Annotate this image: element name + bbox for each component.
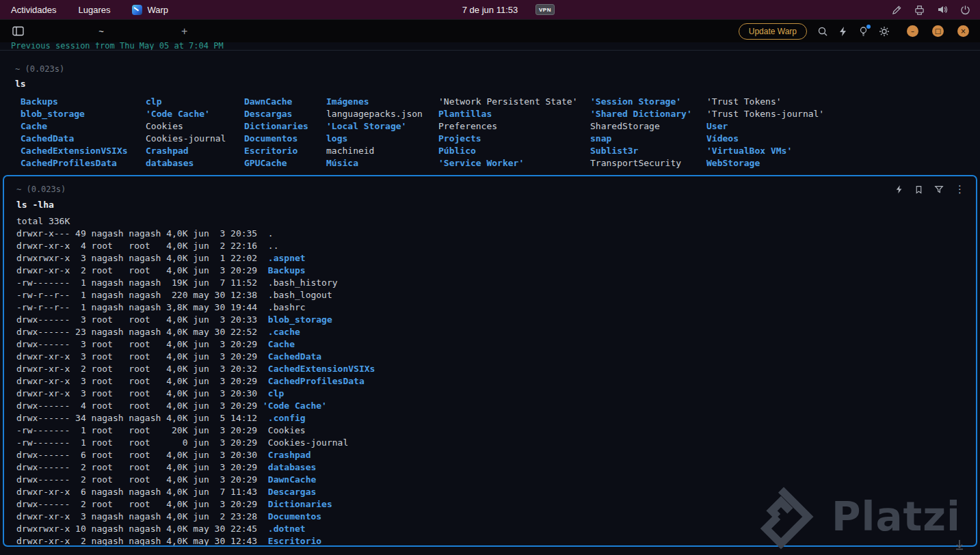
ls-item: 'Trust Tokens' (706, 96, 824, 108)
ls-item: GPUCache (244, 157, 326, 170)
ls-row: drwxr-xr-x 3 root root 4,0K jun 3 20:30 … (16, 388, 965, 400)
bookmark-icon[interactable] (914, 185, 923, 195)
ls-item: Preferences (438, 120, 590, 133)
warp-icon (132, 5, 142, 15)
ls-row: drwxrwxr-x 10 nagash nagash 4,0K may 30 … (16, 523, 965, 535)
command-block-ls-lha-selected[interactable]: ~ (0.023s) ⋮ ls -lha total 336K (3, 175, 977, 547)
ls-column: Backupsblob_storageCacheCachedDataCached… (21, 96, 146, 170)
filter-icon[interactable] (934, 185, 944, 194)
vpn-badge: VPN (535, 4, 555, 15)
places-button[interactable]: Lugares (67, 0, 121, 19)
warp-taskbar-item[interactable]: Warp (121, 0, 179, 19)
ai-bolt-icon[interactable] (838, 26, 848, 37)
ls-item: 'Service Worker' (438, 157, 590, 170)
ls-item: TransportSecurity (590, 157, 706, 170)
ls-item: clp (146, 96, 244, 108)
pencil-icon[interactable] (892, 5, 902, 15)
block-actions: ⋮ (895, 183, 965, 195)
total-line: total 336K (16, 215, 965, 228)
ls-item: DawnCache (244, 96, 326, 108)
tips-bulb-icon[interactable] (858, 26, 869, 37)
ls-row: drwx------ 6 root root 4,0K jun 3 20:30 … (16, 449, 965, 461)
ls-item: Música (326, 157, 438, 170)
ls-item: Imágenes (326, 96, 438, 108)
notification-dot (866, 25, 871, 29)
ls-row: drwxr-xr-x 3 root root 4,0K jun 3 20:29 … (16, 351, 965, 363)
ls-item: CachedExtensionVSIXs (21, 145, 146, 157)
ls-item: CachedProfilesData (21, 157, 146, 170)
ls-row: drwxr-x--- 49 nagash nagash 4,0K jun 3 2… (16, 228, 965, 240)
ls-row: drwxr-xr-x 4 root root 4,0K jun 2 22:16 … (16, 240, 965, 252)
ls-item: Sublist3r (590, 145, 706, 157)
terminal-area[interactable]: Previous session from Thu May 05 at 7:04… (0, 42, 980, 555)
ls-column: 'Trust Tokens''Trust Tokens-journal'User… (706, 96, 824, 170)
ls-item: Cookies-journal (146, 133, 244, 145)
ls-item: 'Local Storage' (326, 120, 438, 133)
ls-row: drwx------ 2 root root 4,0K jun 3 20:29 … (16, 474, 965, 486)
window-controls: – □ × (907, 25, 973, 37)
ls-item: Escritorio (244, 145, 326, 157)
volume-icon[interactable] (937, 4, 948, 15)
ls-row: -rw------- 1 root root 20K jun 3 20:29 C… (16, 424, 965, 437)
previous-session-note: Previous session from Thu May 05 at 7:04… (0, 42, 980, 50)
ls-column: Imágeneslanguagepacks.json'Local Storage… (326, 96, 438, 170)
ls-row: drwx------ 34 nagash nagash 4,0K jun 5 1… (16, 412, 965, 424)
ls-item: Backups (21, 96, 146, 108)
command-block-ls[interactable]: ~ (0.023s) ls Backupsblob_storageCacheCa… (0, 51, 980, 170)
ls-row: drwx------ 4 root root 4,0K jun 3 20:29 … (16, 400, 965, 412)
ls-item: 'Trust Tokens-journal' (706, 108, 824, 120)
ls-item: 'VirtualBox VMs' (706, 145, 824, 157)
ls-row: drwx------ 3 root root 4,0K jun 3 20:29 … (16, 338, 965, 351)
ls-row: drwxr-xr-x 3 nagash nagash 4,0K jun 2 23… (16, 511, 965, 523)
ls-item: CachedData (21, 133, 146, 145)
close-button[interactable]: × (957, 25, 969, 37)
search-icon[interactable] (817, 26, 828, 37)
ls-item: Crashpad (146, 145, 244, 157)
ls-item: Documentos (244, 133, 326, 145)
ls-row: drwx------ 2 root root 4,0K jun 3 20:29 … (16, 461, 965, 474)
block-meta: ~ (0.023s) (15, 64, 980, 74)
ls-item: Vídeos (706, 133, 824, 145)
ls-lha-output: total 336K drwxr-x--- 49 nagash nagash 4… (16, 215, 965, 547)
ls-item: 'Session Storage' (590, 96, 706, 108)
ls-item: User (706, 120, 824, 133)
settings-gear-icon[interactable] (879, 26, 890, 37)
activities-button[interactable]: Actividades (0, 0, 67, 19)
ls-row: drwxr-xr-x 2 root root 4,0K jun 3 20:29 … (16, 265, 965, 277)
block-bolt-icon[interactable] (895, 185, 903, 194)
tab-home[interactable]: ~ (29, 20, 173, 42)
maximize-button[interactable]: □ (932, 25, 944, 37)
minimize-button[interactable]: – (907, 25, 918, 37)
ls-item: Cache (21, 120, 146, 133)
block-meta: ~ (0.023s) (16, 185, 66, 194)
scroll-to-bottom-icon[interactable] (954, 539, 965, 552)
new-tab-button[interactable]: + (173, 25, 196, 38)
ls-row: -rw-r--r-- 1 nagash nagash 220 may 30 12… (16, 289, 965, 301)
ls-row: drwxr-xr-x 3 root root 4,0K jun 3 20:29 … (16, 375, 965, 388)
power-icon[interactable] (960, 5, 970, 15)
ls-output-grid: Backupsblob_storageCacheCachedDataCached… (21, 96, 980, 170)
tabbar-actions: Update Warp – □ × (739, 23, 973, 40)
ls-item: Plantillas (438, 108, 590, 120)
ls-item: Cookies (146, 120, 244, 133)
ls-row: drwxr-xr-x 2 nagash nagash 4,0K may 30 1… (16, 535, 965, 547)
ls-item: SharedStorage (590, 120, 706, 133)
clock[interactable]: 7 de jun 11:53 (455, 0, 525, 19)
ls-item: Projects (438, 133, 590, 145)
sidebar-toggle-icon[interactable] (12, 26, 24, 36)
tab-title: ~ (98, 26, 104, 36)
ls-row: drwx------ 23 nagash nagash 4,0K may 30 … (16, 326, 965, 338)
kebab-menu-icon[interactable]: ⋮ (955, 183, 965, 195)
printer-icon[interactable] (914, 5, 925, 15)
ls-row: drwxr-xr-x 2 root root 4,0K jun 3 20:32 … (16, 363, 965, 375)
update-warp-button[interactable]: Update Warp (739, 23, 807, 40)
ls-item: Público (438, 145, 590, 157)
ls-item: 'Code Cache' (146, 108, 244, 120)
command-text: ls -lha (16, 200, 965, 210)
ls-row: drwxr-xr-x 6 nagash nagash 4,0K jun 7 11… (16, 486, 965, 498)
ls-row: drwx------ 2 root root 4,0K jun 3 20:29 … (16, 498, 965, 511)
warp-tab-bar: ~ + Update Warp – □ × (0, 20, 980, 42)
ls-item: 'Network Persistent State' (438, 96, 590, 108)
ls-column: DawnCacheDescargasDictionariesDocumentos… (244, 96, 326, 170)
ls-item: Descargas (244, 108, 326, 120)
